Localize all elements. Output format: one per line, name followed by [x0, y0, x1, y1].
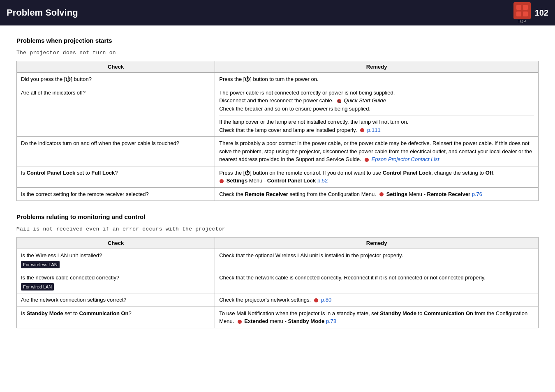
header-logo [513, 2, 531, 19]
remedy-cell: Check the projector's network settings. … [215, 293, 539, 307]
remedy-cell: To use Mail Notification when the projec… [215, 307, 539, 328]
section1-subtitle: The projector does not turn on [16, 50, 539, 56]
page-number: 102 [535, 8, 548, 18]
badge-wired-lan: For wired LAN [21, 283, 54, 291]
link-p52[interactable]: p.52 [317, 178, 328, 184]
remedy-cell: Check the Remote Receiver setting from t… [215, 187, 539, 201]
top-label: TOP [518, 19, 526, 24]
col-check-header2: Check [17, 238, 215, 249]
col-remedy-header2: Remedy [215, 238, 539, 249]
link-p78[interactable]: p.78 [326, 318, 336, 324]
link-p76[interactable]: p.76 [472, 191, 482, 197]
table-row: Is Control Panel Lock set to Full Lock? … [17, 166, 539, 187]
check-cell: Are the network connection settings corr… [17, 293, 215, 307]
col-check-header: Check [17, 61, 215, 73]
check-cell: Did you press the [⏻] button? [17, 73, 215, 86]
remedy-cell: There is probably a poor contact in the … [215, 137, 539, 166]
check-cell: Is Control Panel Lock set to Full Lock? [17, 166, 215, 187]
table-row: Did you press the [⏻] button? Press the … [17, 73, 539, 86]
section1-title: Problems when projection starts [16, 37, 539, 44]
table-monitoring: Check Remedy Is the Wireless LAN unit in… [16, 237, 539, 328]
check-cell: Is Standby Mode set to Communication On? [17, 307, 215, 328]
badge-wireless-lan: For wireless LAN [21, 261, 60, 269]
svg-text:📞: 📞 [337, 99, 341, 103]
phone-icon3 [364, 157, 369, 162]
main-content: Problems when projection starts The proj… [0, 25, 555, 352]
phone-icon4 [219, 179, 224, 184]
phone-icon5 [379, 192, 384, 197]
table-projection: Check Remedy Did you press the [⏻] butto… [16, 61, 539, 201]
svg-point-7 [365, 158, 369, 162]
col-remedy-header: Remedy [215, 61, 539, 73]
svg-point-8 [220, 179, 224, 183]
svg-point-6 [360, 128, 364, 132]
remedy-cell: The power cable is not connected correct… [215, 86, 539, 137]
check-cell: Is the Wireless LAN unit installed? For … [17, 249, 215, 271]
link-p111[interactable]: p.111 [367, 127, 381, 133]
phone-icon: 📞 [337, 99, 342, 104]
remedy-cell: Press the [⏻] button on the remote contr… [215, 166, 539, 187]
page-title: Problem Solving [7, 7, 78, 18]
check-cell: Is the network cable connected correctly… [17, 271, 215, 293]
table-row: Is Standby Mode set to Communication On?… [17, 307, 539, 328]
svg-point-11 [238, 320, 242, 324]
table-row: Are the network connection settings corr… [17, 293, 539, 307]
page-header: Problem Solving TOP 102 [0, 0, 555, 25]
table-row: Is the correct setting for the remote re… [17, 187, 539, 201]
link-p80[interactable]: p.80 [321, 297, 331, 303]
check-cell: Are all of the indicators off? [17, 86, 215, 137]
check-cell: Is the correct setting for the remote re… [17, 187, 215, 201]
svg-point-10 [314, 298, 318, 302]
section2-title: Problems relating to monitoring and cont… [16, 213, 539, 220]
phone-icon6 [314, 298, 319, 303]
svg-rect-2 [516, 12, 521, 16]
check-cell: Do the indicators turn on and off when t… [17, 137, 215, 166]
phone-icon7 [237, 319, 242, 324]
table-row: Do the indicators turn on and off when t… [17, 137, 539, 166]
table-row: Is the network cable connected correctly… [17, 271, 539, 293]
remedy-cell: Check that the optional Wireless LAN uni… [215, 249, 539, 271]
section-projection-start: Problems when projection starts The proj… [16, 37, 539, 201]
remedy-cell: Press the [⏻] button to turn the power o… [215, 73, 539, 86]
svg-rect-3 [523, 12, 528, 16]
svg-point-9 [379, 192, 384, 196]
remedy-cell: Check that the network cable is connecte… [215, 271, 539, 293]
table-row: Is the Wireless LAN unit installed? For … [17, 249, 539, 271]
table-row: Are all of the indicators off? The power… [17, 86, 539, 137]
link-epson-contact[interactable]: Epson Projector Contact List [372, 156, 439, 162]
phone-icon2 [360, 128, 365, 133]
section2-subtitle: Mail is not received even if an error oc… [16, 226, 539, 232]
header-right: TOP 102 [513, 2, 548, 24]
svg-rect-1 [523, 5, 528, 10]
svg-rect-0 [516, 5, 521, 10]
section-monitoring: Problems relating to monitoring and cont… [16, 213, 539, 328]
